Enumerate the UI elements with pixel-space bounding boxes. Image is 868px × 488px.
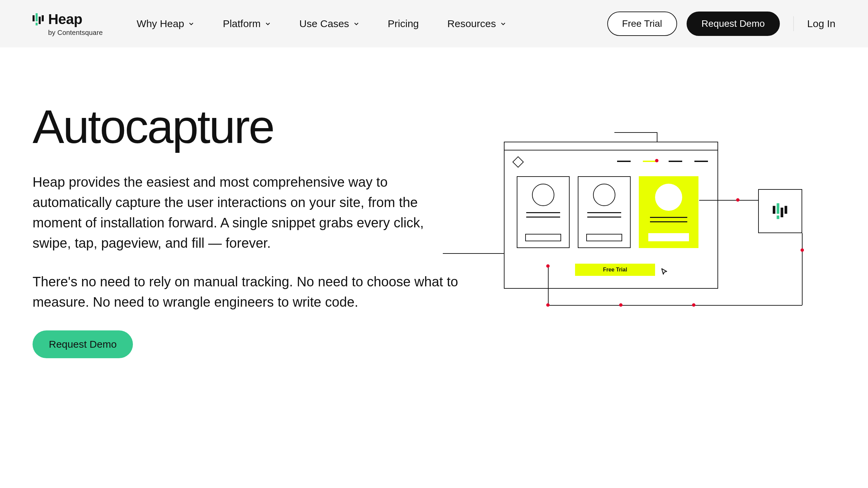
hero-copy: Autocapture Heap provides the easiest an… <box>33 102 460 358</box>
svg-rect-9 <box>785 206 787 214</box>
hero-request-demo-button[interactable]: Request Demo <box>33 330 133 358</box>
wire <box>548 266 549 305</box>
hero-paragraph-2: There's no need to rely on manual tracki… <box>33 271 460 312</box>
wireframe-logo-icon <box>512 156 524 168</box>
chevron-down-icon <box>188 21 194 27</box>
chevron-down-icon <box>265 21 271 27</box>
svg-rect-6 <box>777 203 780 214</box>
svg-rect-7 <box>777 216 780 219</box>
wireframe-titlebar <box>505 142 717 150</box>
nav-actions: Free Trial Request Demo Log In <box>607 12 835 36</box>
heap-logo-icon <box>773 203 788 219</box>
login-link[interactable]: Log In <box>807 18 835 29</box>
nav-label: Platform <box>223 18 261 29</box>
wireframe-avatar-icon <box>593 184 615 206</box>
page-title: Autocapture <box>33 102 460 151</box>
nav-resources[interactable]: Resources <box>447 18 506 29</box>
hero-section: Autocapture Heap provides the easiest an… <box>0 47 868 358</box>
wireframe-card-button <box>525 234 561 241</box>
nav-use-cases[interactable]: Use Cases <box>299 18 359 29</box>
chevron-down-icon <box>353 21 359 27</box>
data-node <box>546 303 550 307</box>
wireframe-nav-item <box>669 161 682 162</box>
cursor-icon <box>660 268 668 275</box>
wire <box>614 132 657 133</box>
wireframe-avatar-icon <box>532 184 554 206</box>
wireframe-avatar-icon <box>655 184 682 211</box>
wireframe-free-trial-button: Free Trial <box>575 264 655 276</box>
brand-tagline: by Contentsquare <box>48 29 103 37</box>
brand-logo[interactable]: Heap by Contentsquare <box>33 11 103 37</box>
nav-platform[interactable]: Platform <box>223 18 271 29</box>
svg-rect-5 <box>773 206 775 214</box>
svg-rect-1 <box>36 13 38 21</box>
nav-label: Resources <box>447 18 496 29</box>
data-node <box>655 159 658 162</box>
hero-illustration: Free Trial <box>480 102 835 358</box>
wire <box>548 305 802 306</box>
top-nav: Heap by Contentsquare Why Heap Platform … <box>0 0 868 47</box>
chevron-down-icon <box>500 21 506 27</box>
brand-name: Heap <box>48 11 82 27</box>
wireframe-nav <box>617 161 708 162</box>
wireframe-nav-item <box>694 161 708 162</box>
primary-nav: Why Heap Platform Use Cases Pricing Reso… <box>137 18 593 29</box>
nav-divider <box>793 16 794 31</box>
request-demo-button[interactable]: Request Demo <box>687 12 780 36</box>
wireframe-card <box>578 176 631 248</box>
heap-logo-icon <box>33 13 44 25</box>
free-trial-button[interactable]: Free Trial <box>607 12 677 36</box>
svg-rect-3 <box>39 17 41 24</box>
wireframe-browser: Free Trial <box>504 142 718 289</box>
data-node <box>546 264 550 268</box>
svg-rect-2 <box>36 23 38 25</box>
svg-rect-8 <box>781 208 783 217</box>
data-node <box>801 248 804 252</box>
wire <box>802 233 803 305</box>
data-node <box>619 303 623 307</box>
svg-rect-0 <box>33 15 35 21</box>
svg-rect-4 <box>42 15 44 21</box>
wireframe-card-button <box>586 234 622 241</box>
nav-label: Why Heap <box>137 18 184 29</box>
data-node <box>692 303 695 307</box>
wire <box>699 200 758 201</box>
nav-label: Pricing <box>388 18 419 29</box>
wireframe-nav-item-active <box>643 161 656 162</box>
wireframe-card-button <box>648 233 689 241</box>
data-node <box>736 198 739 202</box>
wireframe-card <box>517 176 570 248</box>
hero-paragraph-1: Heap provides the easiest and most compr… <box>33 172 460 253</box>
nav-pricing[interactable]: Pricing <box>388 18 419 29</box>
wireframe-cards <box>517 176 698 248</box>
heap-chip <box>758 189 802 233</box>
nav-label: Use Cases <box>299 18 349 29</box>
wireframe-card-highlighted <box>639 176 698 248</box>
wireframe-nav-item <box>617 161 631 162</box>
nav-why-heap[interactable]: Why Heap <box>137 18 194 29</box>
